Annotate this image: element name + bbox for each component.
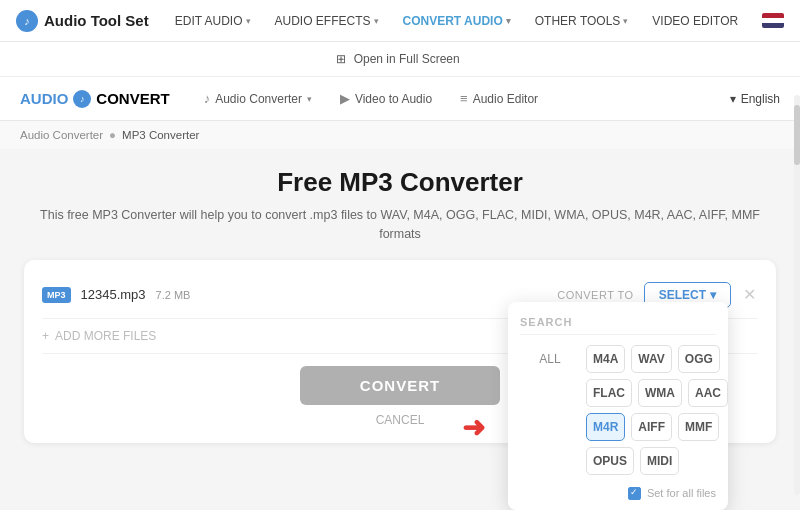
sub-brand-blue: AUDIO	[20, 90, 68, 107]
chevron-down-icon: ▾	[307, 94, 312, 104]
format-aac[interactable]: AAC	[688, 379, 728, 407]
format-wma[interactable]: WMA	[638, 379, 682, 407]
sub-brand[interactable]: AUDIO ♪ CONVERT	[20, 90, 170, 108]
chevron-down-icon: ▾	[374, 16, 379, 26]
sub-nav-video-to-audio[interactable]: ▶ Video to Audio	[326, 77, 446, 121]
brand-logo[interactable]: ♪ Audio Tool Set	[16, 10, 149, 32]
cancel-link[interactable]: CANCEL	[376, 413, 425, 427]
page-description: This free MP3 Converter will help you to…	[24, 206, 776, 244]
breadcrumb: Audio Converter ● MP3 Converter	[0, 121, 800, 149]
fullscreen-icon: ⊞	[336, 52, 346, 66]
convert-to-label: CONVERT TO	[557, 289, 633, 301]
format-midi[interactable]: MIDI	[640, 447, 679, 475]
format-ogg[interactable]: OGG	[678, 345, 720, 373]
breadcrumb-current: MP3 Converter	[122, 129, 199, 141]
sub-brand-icon: ♪	[73, 90, 91, 108]
chevron-down-icon: ▾	[246, 16, 251, 26]
fullscreen-text: Open in Full Screen	[354, 52, 460, 66]
nav-video-editor[interactable]: VIDEO EDITOR	[642, 0, 748, 42]
main-content: Free MP3 Converter This free MP3 Convert…	[0, 149, 800, 455]
format-dropdown: SEARCH ALL M4A WAV OGG FLAC WMA AAC ➜	[508, 302, 728, 510]
sub-brand-suffix: CONVERT	[96, 90, 169, 107]
chevron-down-icon: ▾	[710, 288, 716, 302]
file-row: MP3 12345.mp3 7.2 MB CONVERT TO SELECT ▾…	[42, 276, 758, 319]
video-icon: ▶	[340, 91, 350, 106]
sub-nav-audio-editor[interactable]: ≡ Audio Editor	[446, 77, 552, 121]
flag-icon[interactable]	[762, 13, 784, 28]
converter-card: MP3 12345.mp3 7.2 MB CONVERT TO SELECT ▾…	[24, 260, 776, 443]
format-flac[interactable]: FLAC	[586, 379, 632, 407]
chevron-down-icon: ▾	[506, 16, 511, 26]
chevron-down-icon: ▾	[730, 92, 736, 106]
nav-edit-audio[interactable]: EDIT AUDIO ▾	[165, 0, 261, 42]
nav-other-tools[interactable]: OTHER TOOLS ▾	[525, 0, 639, 42]
set-all-checkbox[interactable]	[628, 487, 641, 500]
editor-icon: ≡	[460, 91, 468, 106]
brand-text: Audio Tool Set	[44, 12, 149, 29]
dropdown-search-label: SEARCH	[520, 316, 716, 335]
music-icon: ♪	[204, 91, 211, 106]
chevron-down-icon: ▾	[623, 16, 628, 26]
format-wav[interactable]: WAV	[631, 345, 671, 373]
close-icon[interactable]: ✕	[741, 283, 758, 306]
format-aiff[interactable]: AIFF	[631, 413, 672, 441]
fullscreen-bar[interactable]: ⊞ Open in Full Screen	[0, 42, 800, 77]
format-all[interactable]: ALL	[520, 345, 580, 373]
scrollbar[interactable]	[794, 95, 800, 495]
brand-icon: ♪	[16, 10, 38, 32]
breadcrumb-parent[interactable]: Audio Converter	[20, 129, 103, 141]
format-opus[interactable]: OPUS	[586, 447, 634, 475]
format-m4a[interactable]: M4A	[586, 345, 625, 373]
language-selector[interactable]: ▾ English	[730, 92, 780, 106]
file-format-badge: MP3	[42, 287, 71, 303]
brand-icon-text: ♪	[24, 15, 30, 27]
set-all-label: Set for all files	[647, 487, 716, 499]
set-for-all-row: Set for all files	[520, 483, 716, 500]
file-size: 7.2 MB	[156, 289, 191, 301]
language-label: English	[741, 92, 780, 106]
red-arrow-icon: ➜	[462, 410, 485, 443]
sub-nav-audio-converter[interactable]: ♪ Audio Converter ▾	[190, 77, 326, 121]
sub-nav: AUDIO ♪ CONVERT ♪ Audio Converter ▾ ▶ Vi…	[0, 77, 800, 121]
add-more-label: ADD MORE FILES	[55, 329, 156, 343]
top-nav: ♪ Audio Tool Set EDIT AUDIO ▾ AUDIO EFFE…	[0, 0, 800, 42]
file-name: 12345.mp3	[81, 287, 146, 302]
nav-convert-audio[interactable]: CONVERT AUDIO ▾	[393, 0, 521, 42]
page-title: Free MP3 Converter	[24, 167, 776, 198]
nav-audio-effects[interactable]: AUDIO EFFECTS ▾	[265, 0, 389, 42]
plus-icon: +	[42, 329, 49, 343]
scrollbar-thumb	[794, 105, 800, 165]
format-m4r[interactable]: M4R	[586, 413, 625, 441]
format-mmf[interactable]: MMF	[678, 413, 719, 441]
convert-button[interactable]: CONVERT	[300, 366, 500, 405]
breadcrumb-separator: ●	[109, 129, 116, 141]
